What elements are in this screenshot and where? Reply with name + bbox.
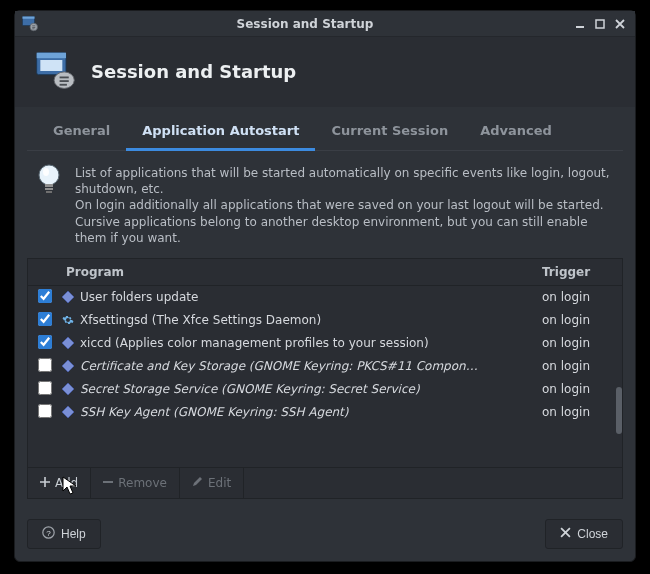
scrollbar-thumb[interactable] [616,387,622,434]
svg-rect-19 [46,191,52,193]
svg-rect-1 [23,16,35,18]
minus-icon [103,476,113,490]
row-checkbox[interactable] [38,404,52,418]
tab-bar: General Application Autostart Current Se… [27,113,623,151]
table-row[interactable]: Certificate and Key Storage (GNOME Keyri… [28,355,622,378]
svg-rect-7 [596,20,604,28]
row-checkbox[interactable] [38,335,52,349]
row-label: SSH Key Agent (GNOME Keyring: SSH Agent) [80,405,542,419]
svg-rect-10 [40,60,62,71]
close-button[interactable]: Close [545,519,623,549]
svg-rect-18 [45,188,53,190]
help-icon: ? [42,526,55,542]
pencil-icon [192,476,203,490]
svg-point-16 [43,168,49,176]
row-trigger: on login [542,382,612,396]
close-icon [560,527,571,541]
svg-rect-12 [60,77,69,79]
list-header: Program Trigger [28,259,622,286]
session-startup-icon [33,49,77,93]
row-trigger: on login [542,405,612,419]
list-rows: User folders update on login Xfsettingsd… [28,286,622,467]
row-trigger: on login [542,359,612,373]
column-program[interactable]: Program [60,265,542,279]
row-checkbox[interactable] [38,289,52,303]
add-button[interactable]: Add [28,468,91,498]
table-row[interactable]: SSH Key Agent (GNOME Keyring: SSH Agent)… [28,401,622,424]
lightbulb-icon [33,163,65,195]
diamond-icon [60,404,76,420]
tab-current-session[interactable]: Current Session [315,113,464,150]
row-checkbox[interactable] [38,381,52,395]
help-button[interactable]: ? Help [27,519,101,549]
svg-rect-9 [37,53,66,59]
autostart-list: Program Trigger User folders update on l… [27,258,623,499]
svg-rect-14 [60,84,67,86]
table-row[interactable]: Xfsettingsd (The Xfce Settings Daemon) o… [28,309,622,332]
info-note: List of applications that will be starte… [27,151,623,258]
table-row[interactable]: User folders update on login [28,286,622,309]
svg-rect-3 [32,25,35,26]
dialog-body: General Application Autostart Current Se… [15,107,635,509]
diamond-icon [60,358,76,374]
edit-button[interactable]: Edit [180,468,244,498]
list-toolbar: Add Remove [28,467,622,498]
svg-rect-17 [45,184,53,187]
row-label: User folders update [80,290,542,304]
svg-rect-20 [103,481,113,483]
window-icon [21,15,39,33]
minimize-button[interactable] [571,15,589,33]
row-trigger: on login [542,336,612,350]
vertical-scrollbar[interactable] [616,286,622,467]
row-label: Certificate and Key Storage (GNOME Keyri… [80,359,542,373]
row-checkbox[interactable] [38,358,52,372]
remove-button[interactable]: Remove [91,468,180,498]
row-label: xiccd (Applies color management profiles… [80,336,542,350]
table-row[interactable]: Secret Storage Service (GNOME Keyring: S… [28,378,622,401]
close-window-button[interactable] [611,15,629,33]
window-title: Session and Startup [45,17,565,31]
dialog-header: Session and Startup [15,37,635,107]
window: Session and Startup [14,10,636,562]
row-label: Xfsettingsd (The Xfce Settings Daemon) [80,313,542,327]
row-checkbox[interactable] [38,312,52,326]
diamond-icon [60,289,76,305]
gear-icon [60,312,76,328]
titlebar: Session and Startup [15,11,635,37]
plus-icon [40,476,50,490]
info-text: List of applications that will be starte… [75,165,617,246]
row-trigger: on login [542,290,612,304]
svg-point-15 [39,165,59,185]
dialog-footer: ? Help Close [15,509,635,561]
svg-text:?: ? [46,529,51,538]
tab-application-autostart[interactable]: Application Autostart [126,113,315,151]
row-trigger: on login [542,313,612,327]
svg-rect-6 [576,26,584,28]
svg-rect-5 [32,28,34,29]
row-label: Secret Storage Service (GNOME Keyring: S… [80,382,542,396]
tab-advanced[interactable]: Advanced [464,113,568,150]
maximize-button[interactable] [591,15,609,33]
svg-rect-4 [32,27,35,28]
diamond-icon [60,335,76,351]
dialog-title: Session and Startup [91,61,296,82]
tab-general[interactable]: General [37,113,126,150]
diamond-icon [60,381,76,397]
svg-rect-13 [60,80,69,82]
window-controls [571,15,629,33]
table-row[interactable]: xiccd (Applies color management profiles… [28,332,622,355]
column-trigger[interactable]: Trigger [542,265,612,279]
